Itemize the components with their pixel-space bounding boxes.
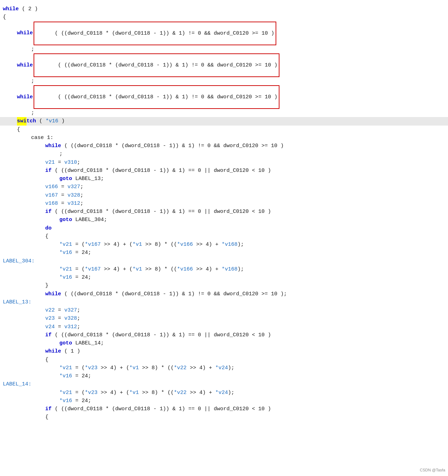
red-box-1: ( ((dword_C0118 * (dword_C0118 - 1)) & 1… xyxy=(34,22,276,45)
keyword-if: if xyxy=(45,167,52,175)
code-text: ); xyxy=(228,389,234,397)
code-text: ( ((dword_C0118 * (dword_C0118 - 1)) & 1… xyxy=(61,142,284,150)
keyword-while-2: while xyxy=(45,290,61,298)
code-text: ); xyxy=(237,265,244,273)
var-v21-ptr-4: *v21 xyxy=(59,389,72,397)
code-text: { xyxy=(45,232,48,240)
code-line-1: while ( 2 ) xyxy=(0,5,448,13)
var-v21: v21 xyxy=(45,158,55,167)
code-text: { xyxy=(45,413,48,421)
var-v23-ptr-2: *v23 xyxy=(85,389,98,397)
code-text: >> 8) * (( xyxy=(139,364,174,372)
red-box-2: ( ((dword_C0118 * (dword_C0118 - 1)) & 1… xyxy=(34,53,279,77)
code-line-37: while ( 1 ) xyxy=(0,347,448,355)
code-text: >> 4) + ( xyxy=(98,389,129,397)
code-text: = xyxy=(55,323,64,331)
var-v21-ptr-3: *v21 xyxy=(59,364,72,372)
code-text: ( ((dword_C0118 * (dword_C0118 - 1)) & 1… xyxy=(52,331,271,339)
code-line-22: do xyxy=(0,224,448,232)
code-text: >> 4) + xyxy=(193,265,222,273)
code-text: ( xyxy=(36,117,46,125)
code-text: >> 8) * (( xyxy=(139,389,174,397)
code-text: ; xyxy=(59,150,63,158)
var-v1-ptr-3: *v1 xyxy=(129,364,139,372)
var-v22: v22 xyxy=(45,306,55,314)
var-v167: v167 xyxy=(45,191,58,199)
var-v168: v168 xyxy=(45,199,58,208)
code-text: = xyxy=(55,158,64,167)
code-line-5: while ( ((dword_C0118 * (dword_C0118 - 1… xyxy=(0,53,448,77)
code-line-27: *v21 = ( *v167 >> 4) + ( *v1 >> 8) * (( … xyxy=(0,265,448,273)
var-v167-ptr: *v167 xyxy=(85,240,101,249)
var-v167-ptr-2: *v167 xyxy=(85,265,101,273)
var-v21-ptr: *v21 xyxy=(59,240,72,249)
keyword-switch: tch xyxy=(26,117,36,125)
code-text: >> 8) * (( xyxy=(142,265,177,273)
code-line-19: v168 = v312 ; xyxy=(0,199,448,208)
code-text: ( ((dword_C0118 * (dword_C0118 - 1)) & 1… xyxy=(55,62,277,68)
code-text: ; xyxy=(31,77,34,85)
code-text: = ( xyxy=(72,364,85,372)
var-v312: v312 xyxy=(67,199,80,208)
var-v168-ptr-2: *v168 xyxy=(222,265,237,273)
var-v1-ptr-4: *v1 xyxy=(129,389,139,397)
code-text: = xyxy=(55,306,64,314)
keyword-switch-highlight: swi xyxy=(17,117,26,125)
var-v327: v327 xyxy=(67,183,80,191)
code-text: ; xyxy=(80,199,83,208)
code-text: = ( xyxy=(72,265,85,273)
code-text: ; xyxy=(80,183,83,191)
code-text: ; xyxy=(77,306,80,314)
var-v23: v23 xyxy=(45,314,55,323)
code-line-31: LABEL_13: xyxy=(0,298,448,306)
var-v168-ptr: *v168 xyxy=(222,240,237,249)
var-v1-ptr: *v1 xyxy=(132,240,142,249)
code-text: >> 4) + ( xyxy=(98,364,129,372)
code-text: ( ((dword_C0118 * (dword_C0118 - 1)) & 1… xyxy=(52,405,271,413)
keyword-while: while xyxy=(45,142,61,150)
code-container: while ( 2 ) { while ( ((dword_C0118 * (d… xyxy=(0,4,448,423)
code-line-35: if ( ((dword_C0118 * (dword_C0118 - 1)) … xyxy=(0,331,448,339)
code-line-28: *v16 = 24; xyxy=(0,273,448,281)
code-line-14: v21 = v310 ; xyxy=(0,158,448,167)
code-text: ; xyxy=(31,45,34,53)
code-text: ) xyxy=(58,117,65,125)
code-line-8: ; xyxy=(0,109,448,117)
var-v24-ptr-2: *v24 xyxy=(215,389,228,397)
code-text: } xyxy=(45,281,48,290)
code-line-15: if ( ((dword_C0118 * (dword_C0118 - 1)) … xyxy=(0,167,448,175)
code-line-40: *v16 = 24; xyxy=(0,372,448,380)
var-v24-ptr: *v24 xyxy=(215,364,228,372)
keyword-if-3: if xyxy=(45,405,52,413)
keyword-while: while xyxy=(17,61,33,69)
code-line-24: *v21 = ( *v167 >> 4) + ( *v1 >> 8) * (( … xyxy=(0,240,448,249)
keyword-goto-2: goto xyxy=(59,339,72,347)
keyword-if: if xyxy=(45,208,52,216)
code-text: { xyxy=(3,13,6,21)
code-text: >> 4) + xyxy=(193,240,222,249)
var-v312-2: v312 xyxy=(64,323,77,331)
code-line-42: *v21 = ( *v23 >> 4) + ( *v1 >> 8) * (( *… xyxy=(0,389,448,397)
code-line-45: { xyxy=(0,413,448,421)
code-line-2: { xyxy=(0,13,448,21)
var-v21-ptr-2: *v21 xyxy=(59,265,72,273)
code-text: ; xyxy=(77,158,80,167)
code-line-29: } xyxy=(0,281,448,290)
label-13: LABEL_13: xyxy=(3,298,31,306)
keyword-while: while xyxy=(17,29,33,37)
code-text: = 24; xyxy=(72,249,91,257)
keyword-while: while xyxy=(17,93,33,101)
code-text: ( ((dword_C0118 * (dword_C0118 - 1)) & 1… xyxy=(61,290,287,298)
var-v328: v328 xyxy=(67,191,80,199)
keyword-goto: goto xyxy=(59,175,72,183)
code-line-11: case 1: xyxy=(0,134,448,142)
code-text: ( 1 ) xyxy=(61,347,80,355)
code-line-33: v23 = v328 ; xyxy=(0,314,448,323)
code-text: case 1: xyxy=(31,134,53,142)
code-line-13: ; xyxy=(0,150,448,158)
var-v327-2: v327 xyxy=(64,306,77,314)
code-line-34: v24 = v312 ; xyxy=(0,323,448,331)
code-line-3: while ( ((dword_C0118 * (dword_C0118 - 1… xyxy=(0,22,448,45)
var-v23-ptr: *v23 xyxy=(85,364,98,372)
code-line-25: *v16 = 24; xyxy=(0,249,448,257)
